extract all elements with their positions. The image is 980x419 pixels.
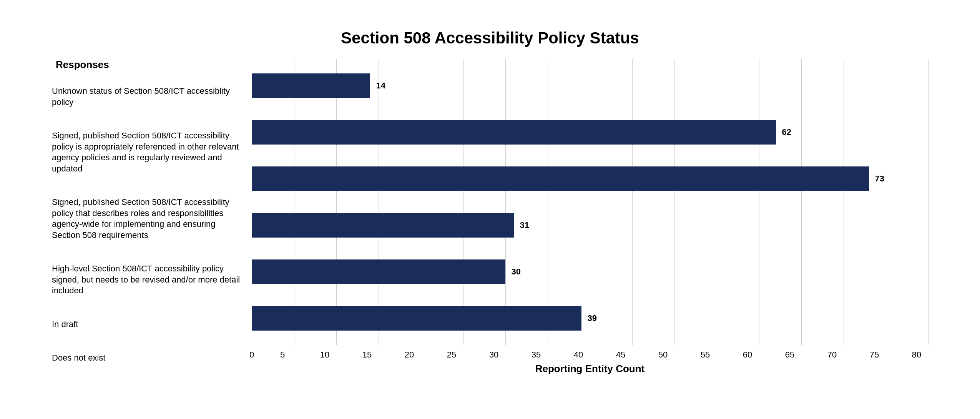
bar: 14	[252, 73, 370, 98]
y-label: In draft	[52, 319, 244, 330]
y-label-header: Responses	[52, 59, 244, 71]
y-label: Does not exist	[52, 352, 244, 364]
x-tick: 0	[240, 350, 263, 360]
x-tick: 10	[313, 350, 336, 360]
bar-row: 62	[252, 117, 928, 148]
x-tick: 45	[609, 350, 632, 360]
bar: 73	[252, 166, 869, 191]
x-tick: 5	[271, 350, 294, 360]
x-tick: 50	[651, 350, 674, 360]
x-tick: 65	[778, 350, 801, 360]
y-label: Unknown status of Section 508/ICT access…	[52, 86, 244, 108]
bar-value: 31	[520, 220, 529, 230]
chart-title: Section 508 Accessibility Policy Status	[52, 29, 928, 47]
x-tick: 75	[863, 350, 886, 360]
bar-value: 62	[782, 127, 791, 137]
bar-value: 73	[875, 174, 884, 184]
y-labels: Responses Unknown status of Section 508/…	[52, 59, 252, 375]
x-tick: 15	[355, 350, 379, 360]
bar-row: 14	[252, 70, 928, 101]
x-tick: 40	[567, 350, 590, 360]
x-axis: 05101520253035404550556065707580	[252, 347, 928, 358]
bar-row: 39	[252, 303, 928, 334]
x-tick: 30	[482, 350, 505, 360]
bar: 30	[252, 259, 505, 284]
bars-and-grid: 146273313039	[252, 59, 928, 345]
bar-row: 73	[252, 163, 928, 194]
y-label: Signed, published Section 508/ICT access…	[52, 130, 244, 174]
bars-wrapper: 146273313039	[252, 59, 928, 345]
plot-area: 146273313039 051015202530354045505560657…	[252, 59, 928, 375]
x-tick: 25	[440, 350, 463, 360]
x-tick: 20	[398, 350, 421, 360]
grid-line	[928, 59, 929, 345]
x-tick: 80	[905, 350, 928, 360]
x-tick: 70	[821, 350, 844, 360]
x-tick: 55	[694, 350, 717, 360]
bar: 62	[252, 120, 776, 145]
x-axis-label: Reporting Entity Count	[252, 363, 928, 375]
y-labels-list: Unknown status of Section 508/ICT access…	[52, 75, 244, 375]
y-label: Signed, published Section 508/ICT access…	[52, 197, 244, 241]
x-tick: 35	[525, 350, 548, 360]
bar-row: 30	[252, 256, 928, 287]
bar-value: 14	[376, 81, 385, 91]
bar-value: 39	[588, 313, 597, 323]
y-label: High-level Section 508/ICT accessibility…	[52, 263, 244, 296]
bar-value: 30	[512, 267, 521, 277]
bar: 39	[252, 306, 581, 331]
x-tick: 60	[736, 350, 759, 360]
chart-container: Section 508 Accessibility Policy Status …	[29, 13, 951, 406]
bar: 31	[252, 213, 514, 238]
chart-body: Responses Unknown status of Section 508/…	[52, 59, 928, 375]
bar-row: 31	[252, 210, 928, 241]
